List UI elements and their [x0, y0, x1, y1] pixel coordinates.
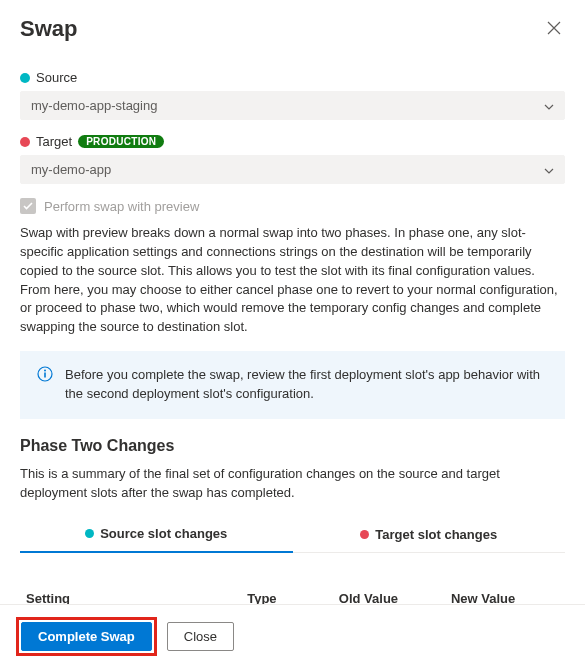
info-message: Before you complete the swap, review the… — [20, 351, 565, 419]
highlight-box: Complete Swap — [16, 617, 157, 656]
tab-label: Source slot changes — [100, 526, 227, 541]
target-label-row: Target PRODUCTION — [20, 134, 565, 149]
preview-checkbox-label: Perform swap with preview — [44, 199, 199, 214]
source-label-row: Source — [20, 70, 565, 85]
source-select[interactable]: my-demo-app-staging — [20, 91, 565, 120]
close-button[interactable]: Close — [167, 622, 234, 651]
circle-icon — [20, 137, 30, 147]
panel-title: Swap — [20, 16, 77, 42]
phase-two-heading: Phase Two Changes — [20, 437, 565, 455]
changes-tabs: Source slot changes Target slot changes — [20, 516, 565, 553]
target-label: Target — [36, 134, 72, 149]
tab-source-changes[interactable]: Source slot changes — [20, 516, 293, 553]
source-label: Source — [36, 70, 77, 85]
source-value: my-demo-app-staging — [31, 98, 157, 113]
complete-swap-button[interactable]: Complete Swap — [21, 622, 152, 651]
target-select[interactable]: my-demo-app — [20, 155, 565, 184]
circle-icon — [20, 73, 30, 83]
close-icon[interactable] — [543, 17, 565, 41]
phase-two-desc: This is a summary of the final set of co… — [20, 465, 565, 503]
production-badge: PRODUCTION — [78, 135, 164, 148]
circle-icon — [85, 529, 94, 538]
explain-text: Swap with preview breaks down a normal s… — [20, 224, 565, 337]
panel-footer: Complete Swap Close — [0, 604, 585, 668]
target-value: my-demo-app — [31, 162, 111, 177]
table-header-row: Setting Type Old Value New Value — [20, 583, 565, 604]
col-type: Type — [241, 583, 333, 604]
tab-target-changes[interactable]: Target slot changes — [293, 516, 566, 552]
circle-icon — [360, 530, 369, 539]
chevron-down-icon — [544, 100, 554, 112]
col-old: Old Value — [333, 583, 445, 604]
col-setting: Setting — [20, 583, 241, 604]
info-text: Before you complete the swap, review the… — [65, 367, 540, 401]
svg-point-1 — [44, 370, 46, 372]
tab-label: Target slot changes — [375, 527, 497, 542]
changes-table: Setting Type Old Value New Value NetFram… — [20, 583, 565, 604]
preview-checkbox-row: Perform swap with preview — [20, 198, 565, 214]
swap-panel: Swap Source my-demo-app-staging Target P… — [0, 0, 585, 668]
panel-body: Source my-demo-app-staging Target PRODUC… — [0, 46, 585, 604]
panel-header: Swap — [0, 0, 585, 46]
chevron-down-icon — [544, 164, 554, 176]
svg-rect-2 — [44, 373, 46, 378]
info-icon — [37, 366, 53, 382]
checkbox-checked-icon[interactable] — [20, 198, 36, 214]
col-new: New Value — [445, 583, 565, 604]
